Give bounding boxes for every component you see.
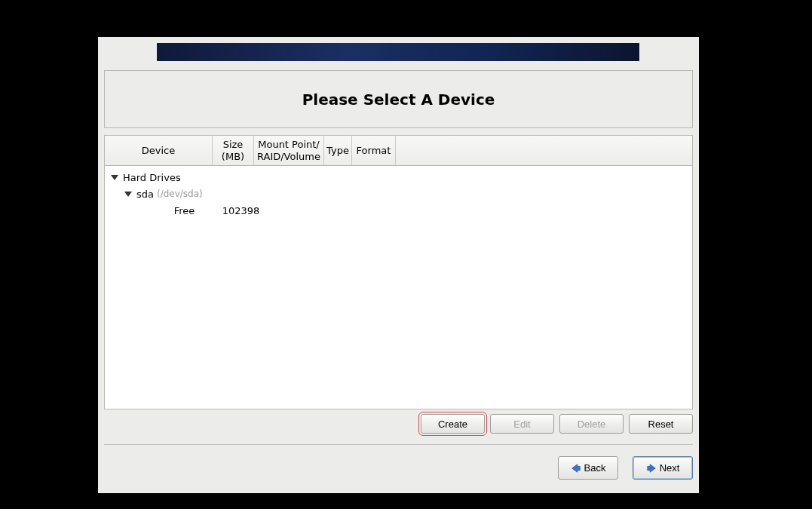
reset-button[interactable]: Reset: [629, 414, 693, 434]
title-panel: Please Select A Device: [104, 70, 693, 128]
back-button[interactable]: Back: [558, 456, 618, 480]
device-table: Device Size (MB) Mount Point/ RAID/Volum…: [104, 135, 693, 409]
tree-free-label: Free: [174, 205, 195, 216]
next-button[interactable]: Next: [633, 456, 693, 480]
installer-window: Please Select A Device Device Size (MB) …: [98, 37, 699, 493]
column-header-format[interactable]: Format: [352, 136, 396, 165]
column-header-mount[interactable]: Mount Point/ RAID/Volume: [254, 136, 324, 165]
tree-disk-path: (/dev/sda): [157, 189, 203, 199]
column-header-spacer: [396, 136, 692, 165]
column-header-device[interactable]: Device: [105, 136, 213, 165]
tree-row-root[interactable]: Hard Drives: [105, 169, 692, 186]
tree-disk-label: sda: [136, 189, 154, 200]
delete-button: Delete: [559, 414, 624, 434]
tree-free-size: 102398: [220, 205, 262, 216]
edit-button: Edit: [490, 414, 554, 434]
divider: [104, 444, 693, 445]
banner: [157, 43, 639, 61]
create-button[interactable]: Create: [421, 414, 485, 434]
column-header-type[interactable]: Type: [324, 136, 352, 165]
action-buttons: Create Edit Delete Reset: [104, 414, 693, 437]
arrow-right-icon: [646, 463, 657, 474]
svg-marker-0: [571, 464, 580, 472]
expander-icon[interactable]: [124, 192, 132, 197]
column-header-size[interactable]: Size (MB): [213, 136, 254, 165]
arrow-left-icon: [571, 463, 581, 474]
tree-root-label: Hard Drives: [123, 172, 181, 183]
back-label: Back: [584, 462, 606, 474]
table-header: Device Size (MB) Mount Point/ RAID/Volum…: [105, 136, 692, 166]
next-label: Next: [660, 462, 680, 474]
tree-row-disk[interactable]: sda (/dev/sda): [105, 186, 692, 202]
page-title: Please Select A Device: [302, 90, 495, 109]
navigation-buttons: Back Next: [104, 456, 693, 480]
tree-row-free[interactable]: Free 102398: [105, 202, 692, 219]
device-tree[interactable]: Hard Drives sda (/dev/sda) Free 102398: [105, 166, 692, 222]
svg-marker-1: [647, 464, 655, 472]
expander-icon[interactable]: [111, 175, 118, 180]
